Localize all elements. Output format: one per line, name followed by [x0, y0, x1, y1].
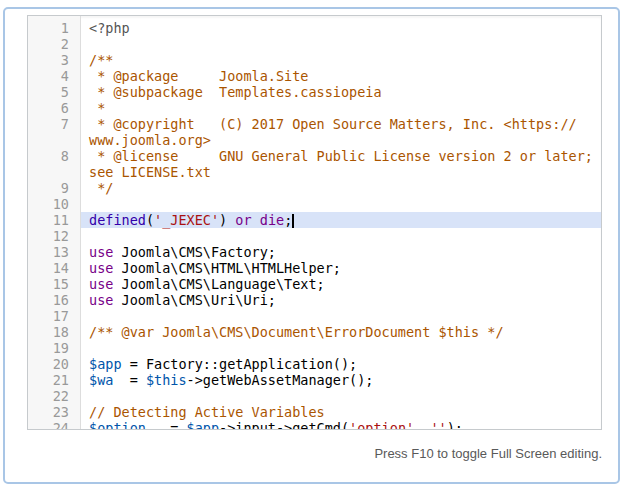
line-number: 22 — [28, 388, 80, 404]
token-builtin: defined — [89, 212, 146, 228]
token-string: '_JEXEC' — [154, 212, 219, 228]
token-var2: $wa — [89, 372, 113, 388]
line-number: 10 — [28, 196, 80, 212]
token-comment: see LICENSE.txt — [89, 164, 211, 180]
token-plain: ->input->getCmd( — [219, 420, 349, 429]
code-line[interactable]: * @copyright (C) 2017 Open Source Matter… — [81, 116, 601, 132]
line-number: 21 — [28, 372, 80, 388]
token-string: '' — [430, 420, 446, 429]
token-comment: * @license GNU General Public License ve… — [89, 148, 593, 164]
code-line[interactable]: */ — [81, 180, 601, 196]
line-number: 11 — [28, 212, 80, 228]
line-number: 14 — [28, 260, 80, 276]
line-number: 24 — [28, 420, 80, 430]
code-line[interactable]: see LICENSE.txt — [81, 164, 601, 180]
token-comment: // Detecting Active Variables — [89, 404, 325, 420]
code-line[interactable]: // Detecting Active Variables — [81, 404, 601, 420]
line-number: 8 — [28, 148, 80, 164]
line-number: 16 — [28, 292, 80, 308]
line-number — [28, 164, 80, 180]
code-line[interactable] — [81, 228, 601, 244]
token-plain — [252, 212, 260, 228]
line-number: 4 — [28, 68, 80, 84]
code-line[interactable]: use Joomla\CMS\Language\Text; — [81, 276, 601, 292]
code-editor[interactable]: 123456789101112131415161718192021222324 … — [27, 15, 602, 430]
code-line[interactable]: use Joomla\CMS\Factory; — [81, 244, 601, 260]
token-plain: ; — [284, 212, 292, 228]
token-var2: $app — [187, 420, 220, 429]
token-keyword: use — [89, 260, 113, 276]
line-number: 23 — [28, 404, 80, 420]
line-number: 20 — [28, 356, 80, 372]
token-comment: */ — [89, 180, 113, 196]
token-comment: /** — [89, 52, 113, 68]
token-string: 'option' — [349, 420, 414, 429]
line-number: 18 — [28, 324, 80, 340]
token-plain: = — [146, 420, 187, 429]
code-line[interactable] — [81, 388, 601, 404]
line-number: 2 — [28, 36, 80, 52]
code-line[interactable] — [81, 340, 601, 356]
code-rows[interactable]: <?php/** * @package Joomla.Site * @subpa… — [81, 16, 601, 429]
token-comment: * @copyright (C) 2017 Open Source Matter… — [89, 116, 577, 132]
code-line[interactable]: <?php — [81, 20, 601, 36]
token-plain: ->getWebAssetManager(); — [187, 372, 374, 388]
line-number: 13 — [28, 244, 80, 260]
code-line[interactable]: $option = $app->input->getCmd('option', … — [81, 420, 601, 429]
line-number — [28, 132, 80, 148]
text-cursor — [292, 214, 294, 228]
code-line[interactable] — [81, 196, 601, 212]
token-keyword: die — [260, 212, 284, 228]
code-line[interactable]: use Joomla\CMS\Uri\Uri; — [81, 292, 601, 308]
line-number: 19 — [28, 340, 80, 356]
code-line[interactable]: use Joomla\CMS\HTML\HTMLHelper; — [81, 260, 601, 276]
line-number: 17 — [28, 308, 80, 324]
line-number: 6 — [28, 100, 80, 116]
line-number: 12 — [28, 228, 80, 244]
line-number: 1 — [28, 20, 80, 36]
token-keyword: use — [89, 276, 113, 292]
token-plain: Joomla\CMS\Language\Text; — [113, 276, 324, 292]
line-number: 7 — [28, 116, 80, 132]
code-line[interactable]: /** — [81, 52, 601, 68]
code-line[interactable]: * @package Joomla.Site — [81, 68, 601, 84]
token-keyword: or — [235, 212, 251, 228]
code-line[interactable] — [81, 308, 601, 324]
editor-panel: 123456789101112131415161718192021222324 … — [3, 7, 620, 484]
code-line[interactable]: * @license GNU General Public License ve… — [81, 148, 601, 164]
code-line[interactable] — [81, 36, 601, 52]
token-keyword: use — [89, 244, 113, 260]
line-number: 5 — [28, 84, 80, 100]
code-line[interactable]: www.joomla.org> — [81, 132, 601, 148]
token-plain: Joomla\CMS\Factory; — [113, 244, 276, 260]
token-plain: ( — [146, 212, 154, 228]
code-line[interactable]: $wa = $this->getWebAssetManager(); — [81, 372, 601, 388]
code-line[interactable]: $app = Factory::getApplication(); — [81, 356, 601, 372]
token-plain: Joomla\CMS\HTML\HTMLHelper; — [113, 260, 341, 276]
token-plain: Joomla\CMS\Uri\Uri; — [113, 292, 276, 308]
token-var2: $option — [89, 420, 146, 429]
token-comment: * @subpackage Templates.cassiopeia — [89, 84, 382, 100]
fullscreen-hint: Press F10 to toggle Full Screen editing. — [374, 446, 602, 461]
code-line-active[interactable]: defined('_JEXEC') or die; — [81, 212, 601, 228]
token-comment: /** @var Joomla\CMS\Document\ErrorDocume… — [89, 324, 504, 340]
token-keyword: use — [89, 292, 113, 308]
token-var2: $app — [89, 356, 122, 372]
code-line[interactable]: /** @var Joomla\CMS\Document\ErrorDocume… — [81, 324, 601, 340]
token-plain: , — [414, 420, 430, 429]
token-meta: <?php — [89, 20, 130, 36]
token-plain: = — [113, 372, 146, 388]
line-number: 9 — [28, 180, 80, 196]
token-comment: * @package Joomla.Site — [89, 68, 308, 84]
line-number: 15 — [28, 276, 80, 292]
token-var2: $this — [146, 372, 187, 388]
token-plain: ) — [219, 212, 235, 228]
token-comment: * — [89, 100, 105, 116]
code-line[interactable]: * @subpackage Templates.cassiopeia — [81, 84, 601, 100]
line-number: 3 — [28, 52, 80, 68]
code-line[interactable]: * — [81, 100, 601, 116]
token-plain: ); — [447, 420, 463, 429]
token-plain: = Factory::getApplication(); — [122, 356, 358, 372]
line-number-gutter: 123456789101112131415161718192021222324 — [28, 16, 81, 429]
token-comment: www.joomla.org> — [89, 132, 211, 148]
